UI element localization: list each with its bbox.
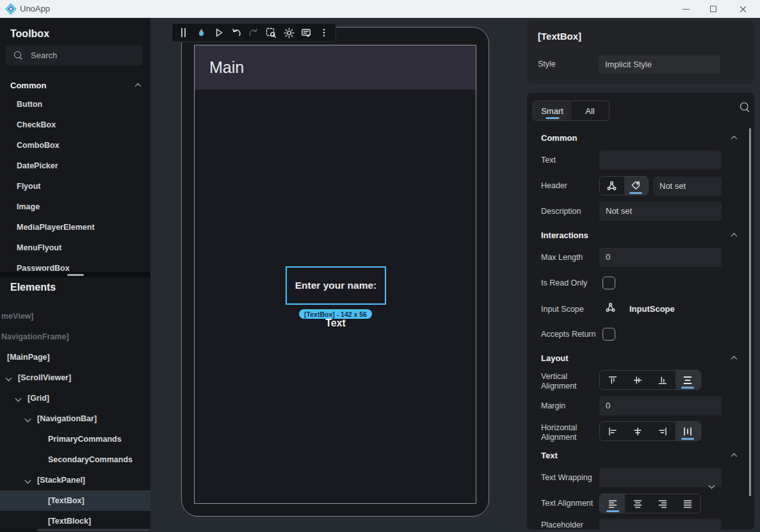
toolbox-title: Toolbox	[10, 28, 49, 40]
tree-item[interactable]: [ScrollViewer]	[0, 367, 150, 388]
toolbox-item[interactable]: Flyout	[0, 176, 150, 197]
align-right-icon[interactable]	[651, 422, 675, 440]
style-value-input[interactable]: Implicit Style	[599, 55, 720, 74]
toolbox-group-common[interactable]: Common	[10, 77, 140, 93]
chevron-down-icon	[709, 476, 714, 495]
chevron-up-icon[interactable]	[731, 356, 738, 362]
close-button[interactable]	[732, 0, 754, 18]
text-align-justify-icon[interactable]	[675, 494, 700, 513]
hot-design-toolbar	[172, 23, 336, 42]
minimize-button[interactable]	[675, 0, 697, 18]
changes-list-icon[interactable]	[299, 25, 314, 40]
tab-all[interactable]: All	[571, 101, 609, 120]
tree-item[interactable]: meView]	[0, 306, 150, 326]
chevron-down-icon[interactable]	[25, 478, 31, 484]
property-tabs: Smart All	[533, 101, 610, 121]
close-icon	[740, 6, 747, 13]
selected-element-title: [TextBox]	[538, 31, 581, 42]
align-vertical-center-icon[interactable]	[625, 371, 650, 389]
accepts-return-checkbox[interactable]	[602, 328, 615, 341]
properties-search-icon[interactable]	[740, 102, 750, 113]
align-top-icon[interactable]	[600, 371, 625, 389]
align-left-icon[interactable]	[600, 422, 625, 440]
header-mode-toggle	[599, 176, 649, 195]
vertical-alignment-label: Vertical Alignment	[541, 372, 592, 391]
toolbox-item[interactable]: MenuFlyout	[0, 238, 150, 258]
text-value-input[interactable]	[599, 150, 722, 170]
selected-textbox[interactable]: Enter your name:	[286, 266, 386, 305]
chevron-down-icon[interactable]	[6, 375, 12, 382]
tree-item[interactable]: PrimaryCommands	[0, 429, 150, 449]
text-align-left-icon[interactable]	[600, 494, 625, 513]
text-align-center-icon[interactable]	[625, 494, 650, 513]
theme-toggle-icon[interactable]	[282, 25, 296, 40]
tree-item[interactable]: [StackPanel]	[0, 470, 150, 490]
section-layout: Layout	[541, 353, 569, 363]
align-horizontal-center-icon[interactable]	[625, 422, 650, 440]
play-icon[interactable]	[211, 25, 226, 40]
toolbox-item[interactable]: CheckBox	[0, 115, 150, 135]
horizontal-alignment-label: Horizontal Alignment	[541, 423, 592, 442]
selection-header-card	[527, 20, 754, 84]
toolbox-item[interactable]: Image	[0, 197, 150, 217]
binding-mode-icon[interactable]	[605, 302, 616, 316]
more-options-icon[interactable]	[317, 25, 332, 40]
toolbox-list: Button CheckBox ComboBox DatePicker Flyo…	[0, 94, 150, 278]
chevron-up-icon[interactable]	[731, 136, 738, 142]
toolbox-item[interactable]: MediaPlayerElement	[0, 217, 150, 238]
page-title: Main	[209, 45, 244, 90]
header-label: Header	[541, 181, 567, 190]
literal-tag-icon[interactable]	[624, 177, 649, 195]
elements-horizontal-scrollbar[interactable]	[0, 528, 150, 532]
section-text: Text	[541, 451, 558, 460]
panel-splitter[interactable]	[0, 272, 150, 277]
tree-item[interactable]: [Grid]	[0, 388, 150, 408]
undo-icon[interactable]	[229, 25, 243, 40]
tree-item[interactable]: SecondaryCommands	[0, 449, 150, 470]
description-value-input[interactable]: Not set	[599, 202, 722, 221]
chevron-down-icon[interactable]	[15, 396, 22, 402]
input-scope-value[interactable]: InputScope	[629, 304, 675, 314]
binding-mode-icon[interactable]	[600, 177, 624, 195]
text-wrapping-dropdown[interactable]	[599, 468, 722, 487]
align-horizontal-stretch-icon[interactable]	[675, 422, 700, 440]
properties-vertical-scrollbar[interactable]	[749, 128, 751, 496]
tree-item[interactable]: NavigationFrame]	[0, 326, 150, 347]
search-placeholder: Search	[31, 51, 57, 60]
description-label: Description	[541, 207, 581, 216]
margin-input[interactable]: 0	[599, 396, 722, 415]
toolbox-item[interactable]: DatePicker	[0, 156, 150, 176]
textbox-text: Enter your name:	[295, 280, 376, 291]
window-titlebar: UnoApp	[0, 0, 760, 18]
tree-item[interactable]: [NavigationBar]	[0, 408, 150, 429]
redo-icon[interactable]	[247, 25, 261, 40]
align-bottom-icon[interactable]	[651, 371, 675, 389]
horizontal-alignment-group	[599, 421, 701, 441]
placeholder-input[interactable]	[599, 519, 722, 529]
section-interactions: Interactions	[541, 230, 588, 240]
header-value-input[interactable]: Not set	[653, 177, 722, 196]
tree-item[interactable]: [TextBox]	[0, 490, 150, 511]
tree-item[interactable]: [MainPage]	[0, 347, 150, 367]
window-title: UnoApp	[20, 0, 50, 18]
chevron-up-icon[interactable]	[731, 233, 738, 239]
is-read-only-checkbox[interactable]	[602, 277, 615, 289]
tab-smart[interactable]: Smart	[533, 101, 571, 120]
accepts-return-label: Accepts Return	[541, 330, 595, 339]
textblock[interactable]: Text	[239, 318, 432, 329]
hot-design-flame-icon[interactable]	[193, 25, 208, 40]
left-sidebar: Toolbox Search Common Button CheckBox Co…	[0, 18, 150, 532]
toolbox-item[interactable]: Button	[0, 94, 150, 115]
inspect-element-icon[interactable]	[264, 25, 279, 40]
text-align-right-icon[interactable]	[651, 494, 675, 513]
drag-handle-icon[interactable]	[176, 25, 191, 40]
chevron-up-icon	[135, 83, 141, 89]
toolbox-search-input[interactable]: Search	[5, 45, 142, 65]
align-vertical-stretch-icon[interactable]	[675, 371, 700, 389]
chevron-up-icon[interactable]	[731, 453, 738, 460]
placeholder-label: Placeholder	[541, 520, 583, 529]
max-length-input[interactable]: 0	[599, 248, 722, 267]
chevron-down-icon[interactable]	[25, 416, 31, 423]
maximize-button[interactable]	[702, 0, 724, 18]
toolbox-item[interactable]: ComboBox	[0, 135, 150, 156]
